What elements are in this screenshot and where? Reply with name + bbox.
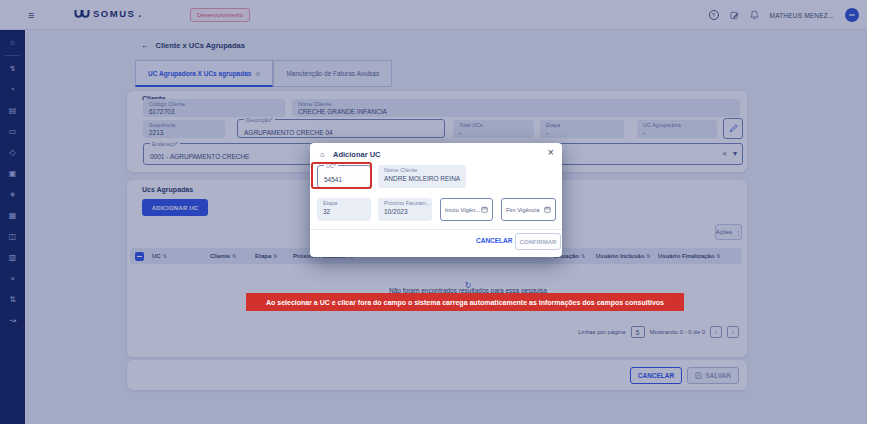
field-value: ANDRE MOLEIRO REINA — [384, 175, 460, 182]
fim-vigencia-datepicker[interactable]: Fim Vigência — [501, 198, 556, 221]
close-icon[interactable]: × — [548, 146, 554, 158]
calendar-icon[interactable] — [481, 206, 488, 213]
modal-confirmar-button[interactable]: CONFIRMAR — [515, 233, 561, 250]
modal-title: Adicionar UC — [333, 150, 381, 159]
modal-footer-divider — [310, 229, 562, 230]
field-label: Próximo Faturam... — [384, 200, 431, 206]
annotation-banner: Ao selecionar a UC e clicar fora do camp… — [246, 293, 684, 311]
modal-etapa-field: Etapa 32 — [317, 198, 371, 221]
adicionar-uc-modal: ⌂ Adicionar UC × UC* 54541 Nome Cliente … — [310, 143, 562, 257]
field-label: Nome Cliente — [384, 167, 417, 173]
field-placeholder: Fim Vigência — [506, 207, 539, 213]
field-value: 32 — [323, 208, 330, 215]
calendar-icon[interactable] — [544, 206, 551, 213]
field-label: Etapa — [323, 200, 337, 206]
field-placeholder: Início Vigên... — [445, 207, 480, 213]
modal-cancelar-button[interactable]: CANCELAR — [476, 237, 512, 244]
annotation-highlight-uc-field — [311, 162, 372, 189]
modal-nome-cliente-field: Nome Cliente ANDRE MOLEIRO REINA — [378, 165, 466, 188]
inicio-vigencia-datepicker[interactable]: Início Vigên... — [440, 198, 493, 221]
modal-proximo-faturamento-field: Próximo Faturam... 10/2023 — [378, 198, 432, 221]
field-value: 10/2023 — [384, 208, 408, 215]
home-icon: ⌂ — [320, 150, 325, 159]
